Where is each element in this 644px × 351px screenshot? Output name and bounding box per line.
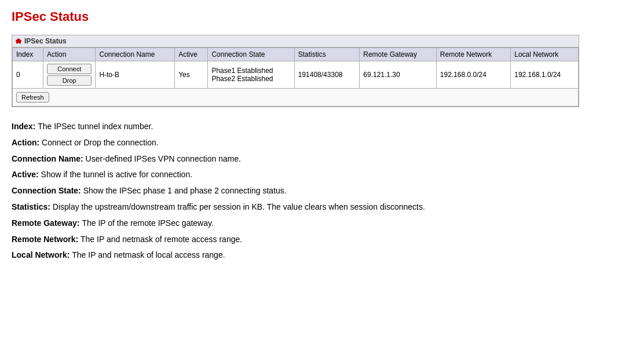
cell-remote-gateway: 69.121.1.30 — [360, 61, 437, 89]
desc-text-8: The IP and netmask of local access range… — [72, 250, 225, 259]
action-buttons: Connect Drop — [47, 64, 92, 86]
desc-line-6: Remote Gateway: The IP of the remote IPS… — [12, 217, 632, 231]
desc-label-8: Local Network: — [12, 250, 72, 259]
desc-label-2: Connection Name: — [12, 154, 86, 163]
desc-text-0: The IPSec tunnel index number. — [38, 122, 153, 131]
desc-line-4: Connection State: Show the IPSec phase 1… — [12, 184, 632, 198]
table-header-row: Index Action Connection Name Active Conn… — [13, 48, 579, 61]
desc-label-1: Action: — [12, 138, 42, 147]
desc-line-2: Connection Name: User-defined IPSes VPN … — [12, 152, 632, 166]
col-remote-gateway: Remote Gateway — [360, 48, 437, 61]
drop-button[interactable]: Drop — [47, 75, 92, 86]
refresh-row: Refresh — [13, 89, 579, 107]
table-header-bar: IPSec Status — [12, 35, 579, 47]
col-action: Action — [43, 48, 96, 61]
desc-label-6: Remote Gateway: — [12, 218, 82, 228]
col-statistics: Statistics — [294, 48, 360, 61]
desc-text-7: The IP and netmask of remote access rang… — [80, 235, 242, 244]
desc-line-1: Action: Connect or Drop the connection. — [12, 136, 632, 150]
col-connection-state: Connection State — [208, 48, 294, 61]
cell-statistics: 191408/43308 — [294, 61, 360, 89]
desc-text-5: Display the upstream/downstream traffic … — [53, 202, 425, 211]
cell-action: Connect Drop — [43, 61, 96, 89]
desc-label-3: Active: — [12, 170, 41, 179]
desc-line-5: Statistics: Display the upstream/downstr… — [12, 200, 632, 214]
descriptions-section: Index: The IPSec tunnel index number.Act… — [12, 120, 632, 262]
desc-text-3: Show if the tunnel is active for connect… — [41, 170, 192, 179]
col-index: Index — [13, 48, 43, 61]
table-header-label: IPSec Status — [24, 37, 67, 45]
desc-text-1: Connect or Drop the connection. — [42, 138, 159, 147]
connect-button[interactable]: Connect — [47, 64, 92, 74]
col-local-network: Local Network — [511, 48, 579, 61]
desc-line-3: Active: Show if the tunnel is active for… — [12, 168, 632, 182]
desc-line-0: Index: The IPSec tunnel index number. — [12, 120, 632, 134]
cell-active: Yes — [175, 61, 208, 89]
pin-icon — [16, 38, 21, 44]
desc-label-7: Remote Network: — [12, 235, 80, 244]
cell-connection-state: Phase1 Established Phase2 Established — [208, 61, 294, 89]
desc-line-8: Local Network: The IP and netmask of loc… — [12, 248, 632, 262]
desc-text-2: User-defined IPSes VPN connection name. — [86, 154, 241, 163]
page-title: IPSec Status — [12, 9, 632, 24]
cell-connection-name: H-to-B — [96, 61, 175, 89]
cell-remote-network: 192.168.0.0/24 — [436, 61, 510, 89]
col-remote-network: Remote Network — [436, 48, 510, 61]
cell-index: 0 — [13, 61, 43, 89]
connection-state-line1: Phase1 Established — [211, 67, 273, 75]
connection-state-line2: Phase2 Established — [211, 75, 273, 83]
ipsec-status-table-container: IPSec Status Index Action Connection Nam… — [12, 35, 579, 107]
col-connection-name: Connection Name — [96, 48, 175, 61]
table-row: 0 Connect Drop H-to-B Yes Phase1 Establi… — [13, 61, 579, 89]
refresh-cell: Refresh — [13, 89, 579, 107]
desc-text-4: Show the IPSec phase 1 and phase 2 conne… — [83, 186, 287, 195]
desc-label-5: Statistics: — [12, 202, 53, 211]
desc-text-6: The IP of the remote IPSec gateway. — [82, 218, 214, 228]
desc-label-4: Connection State: — [12, 186, 83, 195]
col-active: Active — [175, 48, 208, 61]
cell-local-network: 192.168.1.0/24 — [511, 61, 579, 89]
ipsec-table: Index Action Connection Name Active Conn… — [12, 47, 579, 107]
desc-line-7: Remote Network: The IP and netmask of re… — [12, 233, 632, 247]
refresh-button[interactable]: Refresh — [16, 92, 49, 103]
desc-label-0: Index: — [12, 122, 38, 131]
